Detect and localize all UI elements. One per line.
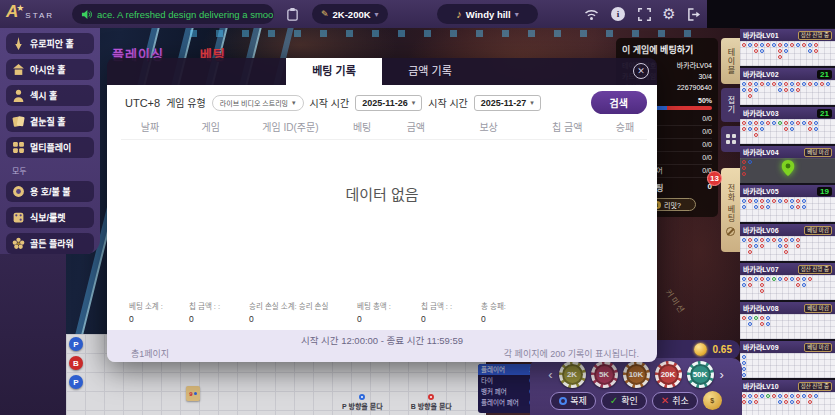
sidebar-item-dragon-tiger-bull-bull[interactable]: 용 호/불 불 — [6, 181, 94, 202]
wifi-icon[interactable] — [583, 6, 599, 22]
table-card-header: 바카라LV08베팅 마감 — [740, 302, 835, 314]
empty-state-text: 데이터 없음 — [107, 183, 657, 204]
close-icon[interactable]: ✕ — [633, 63, 649, 79]
direction-hint[interactable]: B 방향을 묻다 — [411, 394, 452, 411]
sidebar-item-european-hall[interactable]: 유로피안 홀 — [6, 33, 94, 54]
game-type-select[interactable]: 라이브 비디오 스트리밍▾ — [212, 95, 304, 111]
table-name: 바카라LV05 — [743, 186, 779, 196]
table-card-바카라LV08[interactable]: 바카라LV08베팅 마감 — [740, 302, 835, 339]
chip-20k[interactable]: 20K — [655, 361, 682, 388]
duplicate-button[interactable]: 복제 — [550, 392, 596, 410]
chip-2k[interactable]: 2K — [559, 361, 586, 388]
roadmap — [740, 353, 835, 378]
sidebar-item-asian-hall[interactable]: 아시안 홀 — [6, 59, 94, 80]
table-name: 바카라LV06 — [743, 225, 779, 235]
person-icon — [12, 89, 25, 102]
music-select[interactable]: ♪ Windy hill ▾ — [437, 4, 538, 24]
betting-record-modal: 베팅 기록금액 기록 ✕ UTC+8 게임 유형 라이브 비디오 스트리밍▾ 시… — [107, 58, 657, 362]
tower-icon — [12, 37, 25, 50]
search-button[interactable]: 검색 — [591, 91, 647, 114]
rail-tab-tables[interactable]: 테이블 — [721, 38, 740, 84]
bead-b-circle: B — [69, 356, 83, 370]
sidebar-item-sexy-hall[interactable]: 섹시 홀 — [6, 85, 94, 106]
sidebar-item-label: 골든 플라워 — [30, 237, 74, 250]
status-badge: 베팅 마감 — [804, 148, 832, 157]
status-badge: 정산 진행 중 — [798, 382, 832, 391]
modal-header: 베팅 기록금액 기록 ✕ — [107, 58, 657, 85]
tab-amount-history[interactable]: 금액 기록 — [382, 58, 478, 85]
sidebar-item-label: 용 호/불 불 — [30, 185, 71, 198]
grid-icon — [12, 141, 25, 154]
no-phone-icon — [726, 227, 735, 236]
chip-50k[interactable]: 50K — [687, 361, 714, 388]
topbar-dark-corner — [707, 0, 835, 28]
countdown-badge: 19 — [817, 187, 832, 196]
cancel-button[interactable]: ✕취소 — [652, 392, 698, 410]
table-name: 바카라LV03 — [743, 108, 779, 118]
end-date-select[interactable]: 2025-11-27▾ — [474, 95, 541, 111]
table-name: 바카라LV07 — [743, 264, 779, 274]
summary-item: 베팅 소계 :0 — [129, 300, 181, 324]
table-card-바카라LV07[interactable]: 바카라LV07정산 진행 중 — [740, 263, 835, 300]
star-icon: ★ — [16, 3, 24, 13]
table-name: 바카라LV10 — [743, 381, 779, 391]
sidebar-item-label: 유로피안 홀 — [30, 37, 74, 50]
chip-10k[interactable]: 10K — [623, 361, 650, 388]
sidebar-item-label: 식보/룰렛 — [30, 211, 66, 224]
sidebar-item-golden-flower[interactable]: 골든 플라워 — [6, 233, 94, 254]
countdown-badge: 21 — [817, 109, 832, 118]
table-name: 바카라LV02 — [743, 69, 779, 79]
rail-tab-phone-betting[interactable]: 전화 베팅 — [721, 168, 740, 252]
flower-icon — [12, 237, 25, 250]
start-date-select[interactable]: 2025-11-26▾ — [355, 95, 422, 111]
chip-next-arrow[interactable]: › — [719, 361, 725, 388]
summary-item: 승리 손실 소계: 승리 손실0 — [249, 300, 349, 324]
bet-range-select[interactable]: ✎ 2K-200K ▾ — [312, 4, 388, 24]
confirm-button[interactable]: ✓확인 — [601, 392, 647, 410]
table-card-header: 바카라LV09베팅 마감 — [740, 341, 835, 353]
cards-icon — [12, 115, 25, 128]
column-header: 게임 — [179, 119, 243, 134]
filter-row: UTC+8 게임 유형 라이브 비디오 스트리밍▾ 시작 시간 2025-11-… — [125, 91, 647, 114]
bet-panel-title: 이 게임에 베팅하기 — [622, 43, 712, 56]
currency-exchange-button[interactable]: $ — [703, 391, 722, 410]
info-icon[interactable]: i — [610, 6, 626, 22]
brand-logo[interactable]: A ★ STAR — [6, 2, 54, 22]
table-card-바카라LV05[interactable]: 바카라LV0519 — [740, 185, 835, 222]
sidebar-item-label: 섹시 홀 — [30, 89, 57, 102]
table-card-header: 바카라LV10정산 진행 중 — [740, 380, 835, 392]
column-header: 베팅 — [338, 119, 386, 134]
column-header: 게임 ID(주문) — [243, 119, 339, 134]
clipboard-icon[interactable] — [284, 6, 300, 22]
sidebar-item-sicbo-roulette[interactable]: 식보/룰렛 — [6, 207, 94, 228]
table-card-바카라LV06[interactable]: 바카라LV06베팅 마감 — [740, 224, 835, 261]
status-badge: 베팅 마감 — [804, 226, 832, 235]
tab-bet-history[interactable]: 베팅 기록 — [286, 58, 382, 85]
table-card-바카라LV02[interactable]: 바카라LV0221 — [740, 68, 835, 105]
chip-prev-arrow[interactable]: ‹ — [547, 361, 553, 388]
table-card-바카라LV03[interactable]: 바카라LV0321 — [740, 107, 835, 144]
column-header: 승패 — [603, 119, 647, 134]
status-badge: 베팅 마감 — [804, 343, 832, 352]
table-card-header: 바카라LV06베팅 마감 — [740, 224, 835, 236]
table-card-바카라LV09[interactable]: 바카라LV09베팅 마감 — [740, 341, 835, 378]
fullscreen-icon[interactable] — [636, 6, 652, 22]
caret-down-icon: ▾ — [375, 10, 379, 19]
logout-icon[interactable] — [686, 6, 702, 22]
rail-tab-multiview[interactable] — [721, 126, 740, 152]
sidebar-item-multiplay[interactable]: 멀티플레이 — [6, 137, 94, 158]
settings-gear-icon[interactable]: ⚙ — [661, 6, 677, 22]
direction-hint[interactable]: P 방향을 묻다 — [342, 394, 383, 411]
table-card-바카라LV04[interactable]: 바카라LV04베팅 마감 — [740, 146, 835, 183]
table-card-바카라LV01[interactable]: 바카라LV01정산 진행 중 — [740, 29, 835, 66]
chip-5k[interactable]: 5K — [591, 361, 618, 388]
table-card-header: 바카라LV0321 — [740, 107, 835, 119]
balance-value: 0.65 — [713, 344, 732, 355]
sidebar-item-peek-hall[interactable]: 곁눈질 홀 — [6, 111, 94, 132]
table-card-바카라LV10[interactable]: 바카라LV10정산 진행 중 — [740, 380, 835, 415]
countdown-badge: 21 — [817, 70, 832, 79]
table-card-header: 바카라LV07정산 진행 중 — [740, 263, 835, 275]
sidebar-item-label: 아시안 홀 — [30, 63, 66, 76]
announcement-banner[interactable]: ace. A refreshed design delivering a smo… — [72, 4, 274, 24]
rail-tab-collapse[interactable]: 접기 — [721, 88, 740, 122]
